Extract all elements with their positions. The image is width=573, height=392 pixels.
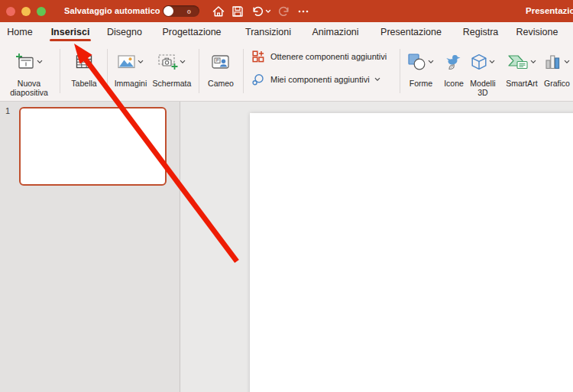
- cameo-label: Cameo: [203, 79, 238, 88]
- models3d-label: Modelli 3D: [466, 79, 500, 97]
- shapes-button[interactable]: Forme: [403, 46, 439, 88]
- chevron-down-icon: [489, 60, 495, 64]
- save-icon[interactable]: [231, 5, 244, 18]
- redo-icon[interactable]: [277, 5, 291, 18]
- chevron-down-icon: [530, 60, 536, 64]
- screenshot-label: Schermata: [151, 79, 193, 88]
- group-divider: [243, 49, 244, 93]
- slides-panel: 1: [0, 102, 180, 392]
- icons-button[interactable]: Icone: [440, 46, 468, 88]
- cube-3d-icon: [471, 53, 487, 70]
- picture-icon: [118, 55, 136, 69]
- cameo-button[interactable]: P Cameo: [203, 46, 238, 88]
- shapes-icon: [408, 53, 426, 70]
- get-addins-label: Ottenere componenti aggiuntivi: [270, 52, 387, 61]
- home-icon[interactable]: [212, 5, 225, 18]
- undo-icon[interactable]: [251, 5, 264, 18]
- cameo-icon: P: [212, 55, 230, 70]
- smartart-icon: [507, 54, 529, 70]
- chart-button[interactable]: Grafico: [539, 46, 573, 88]
- tab-inserisci[interactable]: Inserisci: [51, 27, 90, 37]
- document-title: Presentazione: [526, 6, 573, 15]
- slide-number: 1: [5, 106, 10, 115]
- icons-label: Icone: [440, 79, 468, 88]
- screenshot-icon: [158, 54, 178, 70]
- tab-animazioni[interactable]: Animazioni: [312, 27, 358, 37]
- new-slide-icon: [15, 53, 35, 71]
- tab-registra[interactable]: Registra: [463, 27, 499, 37]
- minimize-window-button[interactable]: [21, 7, 31, 16]
- zoom-window-button[interactable]: [37, 7, 46, 16]
- bar-chart-icon: [544, 54, 562, 70]
- chevron-down-icon: [564, 60, 570, 64]
- group-divider: [107, 49, 108, 93]
- ribbon: Nuova diapositiva Tabella: [0, 43, 573, 102]
- shapes-label: Forme: [403, 79, 439, 88]
- new-slide-button[interactable]: Nuova diapositiva: [2, 46, 57, 97]
- chevron-down-icon: [138, 60, 144, 64]
- chevron-down-icon: [428, 60, 434, 64]
- duck-icon: [445, 53, 463, 70]
- group-divider: [60, 49, 60, 93]
- my-addins-label: Miei componenti aggiuntivi: [270, 75, 370, 84]
- tab-presentazione[interactable]: Presentazione: [380, 27, 442, 37]
- get-addins-button[interactable]: Ottenere componenti aggiuntivi: [252, 50, 387, 63]
- editing-canvas: [181, 102, 573, 392]
- smartart-button[interactable]: SmartArt: [500, 46, 543, 88]
- tab-transizioni[interactable]: Transizioni: [245, 27, 291, 37]
- autosave-toggle[interactable]: o: [163, 5, 199, 17]
- ribbon-tab-bar: Home Inserisci Disegno Progettazione Tra…: [0, 22, 573, 43]
- chart-label: Grafico: [539, 79, 573, 88]
- chevron-down-icon: [180, 60, 186, 64]
- tab-disegno[interactable]: Disegno: [107, 27, 142, 37]
- models3d-button[interactable]: Modelli 3D: [466, 46, 500, 97]
- table-icon: [76, 54, 92, 70]
- more-options-icon[interactable]: [296, 5, 310, 18]
- svg-text:P: P: [216, 58, 219, 63]
- get-addins-icon: [252, 50, 264, 63]
- chevron-down-icon: [37, 60, 43, 64]
- group-divider: [400, 49, 400, 93]
- new-slide-label: Nuova diapositiva: [2, 79, 57, 97]
- close-window-button[interactable]: [6, 7, 15, 16]
- active-tab-underline: [50, 39, 91, 41]
- my-addins-icon: [252, 73, 264, 86]
- slide-editing-surface[interactable]: [250, 113, 573, 392]
- group-divider: [199, 49, 199, 93]
- table-button[interactable]: Tabella: [64, 46, 104, 88]
- undo-menu-chevron-icon[interactable]: [264, 5, 272, 18]
- tab-revisione[interactable]: Revisione: [516, 27, 558, 37]
- slide-thumbnail-1[interactable]: [19, 107, 167, 186]
- my-addins-button[interactable]: Miei componenti aggiuntivi: [252, 73, 380, 86]
- tab-progettazione[interactable]: Progettazione: [162, 27, 221, 37]
- workspace: 1: [0, 102, 573, 392]
- smartart-label: SmartArt: [500, 79, 543, 88]
- pictures-button[interactable]: Immagini: [110, 46, 151, 88]
- tab-home[interactable]: Home: [7, 27, 32, 37]
- pictures-label: Immagini: [110, 79, 151, 88]
- toggle-off-glyph: o: [187, 8, 191, 15]
- screenshot-button[interactable]: Schermata: [151, 46, 193, 88]
- toggle-knob: [163, 6, 173, 16]
- chevron-down-icon: [374, 77, 380, 82]
- autosave-label: Salvataggio automatico: [64, 6, 160, 15]
- table-label: Tabella: [64, 79, 104, 88]
- title-bar: Salvataggio automatico o Presentazione: [0, 0, 573, 22]
